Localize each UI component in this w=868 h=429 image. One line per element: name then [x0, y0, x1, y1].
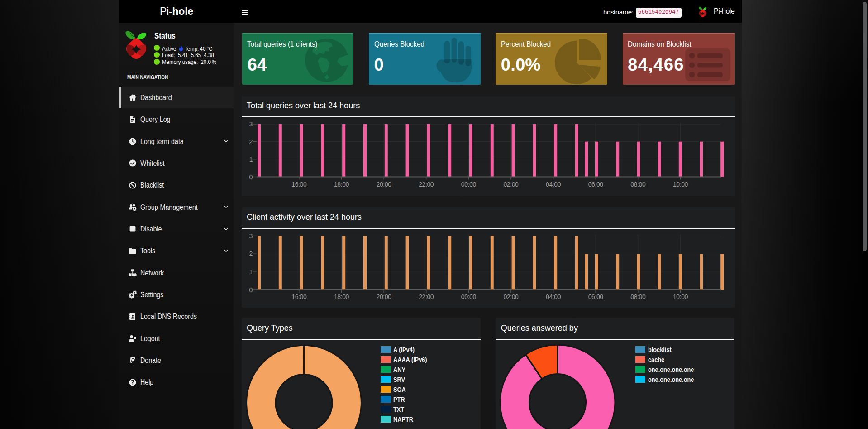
- svg-text:2: 2: [249, 250, 253, 257]
- svg-text:10:00: 10:00: [672, 181, 688, 188]
- svg-text:06:00: 06:00: [588, 181, 603, 188]
- svg-text:06:00: 06:00: [588, 293, 603, 300]
- svg-text:0: 0: [249, 286, 253, 294]
- svg-text:18:00: 18:00: [334, 181, 349, 188]
- svg-text:00:00: 00:00: [461, 181, 476, 188]
- svg-text:16:00: 16:00: [291, 181, 307, 188]
- svg-text:1: 1: [249, 155, 253, 163]
- svg-text:02:00: 02:00: [503, 181, 519, 188]
- svg-text:20:00: 20:00: [376, 293, 391, 300]
- svg-text:00:00: 00:00: [461, 293, 476, 300]
- svg-text:16:00: 16:00: [291, 293, 307, 300]
- svg-text:04:00: 04:00: [546, 293, 561, 300]
- svg-text:04:00: 04:00: [546, 181, 561, 188]
- svg-text:08:00: 08:00: [630, 181, 646, 188]
- svg-text:3: 3: [249, 120, 253, 127]
- svg-text:20:00: 20:00: [376, 181, 391, 188]
- svg-text:02:00: 02:00: [503, 293, 519, 300]
- svg-text:1: 1: [249, 268, 253, 275]
- svg-text:3: 3: [249, 232, 253, 239]
- svg-text:22:00: 22:00: [419, 293, 434, 300]
- svg-text:22:00: 22:00: [419, 181, 434, 188]
- svg-text:2: 2: [249, 138, 253, 145]
- svg-text:10:00: 10:00: [672, 293, 688, 300]
- svg-text:18:00: 18:00: [334, 293, 349, 300]
- svg-text:0: 0: [249, 173, 253, 180]
- svg-text:08:00: 08:00: [630, 293, 646, 300]
